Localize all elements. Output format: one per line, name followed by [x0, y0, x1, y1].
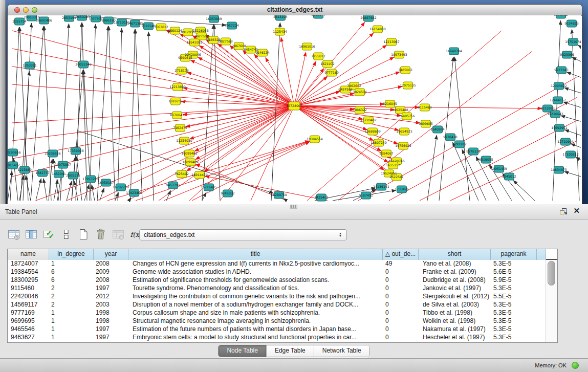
table-cell[interactable]: 0 — [383, 268, 419, 276]
table-cell[interactable]: 0 — [383, 285, 419, 293]
splitter-handle[interactable] — [290, 205, 297, 209]
table-cell[interactable]: 2009 — [94, 268, 128, 276]
table-cell[interactable]: 1997 — [94, 325, 128, 334]
table-cell[interactable]: Investigating the contribution of common… — [128, 293, 383, 301]
table-cell[interactable]: 0 — [383, 334, 419, 342]
table-cell[interactable]: Wolkin et al. (1998) — [419, 317, 491, 325]
table-cell[interactable]: 5.3E-5 — [491, 260, 537, 268]
table-row[interactable]: 946554611997Estimation of the future num… — [8, 325, 557, 334]
column-header[interactable]: year — [94, 249, 128, 260]
table-cell[interactable]: 22420046 — [8, 293, 49, 301]
table-cell[interactable]: 5.3E-5 — [491, 301, 537, 309]
table-cell[interactable]: 1 — [49, 260, 94, 268]
table-cell[interactable]: 0 — [383, 276, 419, 285]
table-cell[interactable]: 2008 — [94, 276, 128, 285]
table-cell[interactable]: 0 — [383, 301, 419, 309]
table-cell[interactable]: 0 — [383, 293, 419, 301]
column-header[interactable] — [537, 249, 546, 260]
table-row[interactable]: 1456911722003Disruption of a novel membe… — [8, 301, 557, 309]
table-cell[interactable]: Structural magnetic resonance image aver… — [128, 317, 383, 325]
table-cell[interactable]: 6 — [49, 276, 94, 285]
table-cell[interactable]: Estimation of significance thresholds fo… — [128, 276, 383, 285]
table-row[interactable]: 946362711997Embryonic stem cells: a mode… — [8, 334, 557, 342]
tab-node-table[interactable]: Node Table — [219, 345, 267, 357]
table-cell[interactable]: 5.5E-5 — [491, 293, 537, 301]
table-cell[interactable]: 5.3E-5 — [491, 317, 537, 325]
table-cell[interactable]: Genome-wide association studies in ADHD. — [128, 268, 383, 276]
table-cell[interactable]: 1 — [49, 334, 94, 342]
table-cell[interactable]: Changes of HCN gene expression and I(f) … — [128, 260, 383, 268]
window-titlebar[interactable]: citations_edges.txt — [8, 5, 582, 16]
table-row[interactable]: 969969511998Structural magnetic resonanc… — [8, 317, 557, 325]
table-cell[interactable]: 18724007 — [8, 260, 49, 268]
table-cell[interactable]: 1998 — [94, 309, 128, 317]
table-cell[interactable]: Disruption of a novel member of a sodium… — [128, 301, 383, 309]
table-scrollbar-thumb[interactable] — [548, 261, 555, 286]
close-panel-icon[interactable]: ✕ — [573, 206, 580, 215]
table-cell[interactable]: de Silva et al. (2003) — [419, 301, 491, 309]
table-cell[interactable]: 0 — [383, 325, 419, 334]
table-row[interactable]: 2242004622012Investigating the contribut… — [8, 293, 557, 301]
table-cell[interactable]: 5.3E-5 — [491, 285, 537, 293]
table-cell[interactable]: 9699695 — [8, 317, 49, 325]
table-cell[interactable]: 1997 — [94, 285, 128, 293]
table-cell[interactable]: Tibbo et al. (1998) — [419, 309, 491, 317]
table-settings-icon[interactable] — [7, 228, 20, 241]
table-row[interactable]: 911546021997Tourette syndrome. Phenomeno… — [8, 285, 557, 293]
table-cell[interactable]: Jankovic et al. (1997) — [419, 285, 491, 293]
table-cell[interactable]: Yano et al. (2008) — [419, 260, 491, 268]
table-select-dropdown[interactable]: citations_edges.txt ▲▼ — [139, 229, 347, 240]
table-cell[interactable]: 5.6E-5 — [491, 268, 537, 276]
table-cell[interactable]: 2012 — [94, 293, 128, 301]
table-cell[interactable]: 5.3E-5 — [491, 334, 537, 342]
table-cell[interactable]: Dudbridge et al. (2008) — [419, 276, 491, 285]
column-header[interactable]: △ out_de... — [383, 249, 419, 260]
table-row[interactable]: 1872400712008Changes of HCN gene express… — [8, 260, 557, 268]
table-cell[interactable]: Corpus callosum shape and size in male p… — [128, 309, 383, 317]
tab-network-table[interactable]: Network Table — [314, 345, 369, 357]
table-cell[interactable]: 49 — [383, 260, 419, 268]
table-cell[interactable]: 2 — [49, 293, 94, 301]
table-cell[interactable]: 2003 — [94, 301, 128, 309]
table-cell[interactable]: Tourette syndrome. Phenomenology and cla… — [128, 285, 383, 293]
float-panel-icon[interactable] — [559, 208, 568, 215]
table-cell[interactable]: Hescheler et al. (1997) — [419, 334, 491, 342]
table-cell[interactable]: 0 — [383, 309, 419, 317]
table-cell[interactable]: 2008 — [94, 260, 128, 268]
table-cell[interactable]: 1 — [49, 325, 94, 334]
table-cell[interactable]: 9463627 — [8, 334, 49, 342]
table-cell[interactable]: 2 — [49, 285, 94, 293]
table-select-icon[interactable]: ✓✓ — [42, 228, 55, 241]
table-cell[interactable]: 1998 — [94, 317, 128, 325]
table-cell[interactable]: 9777169 — [8, 309, 49, 317]
table-cell[interactable]: 18300295 — [8, 276, 49, 285]
table-row[interactable]: 1938455462009Genome-wide association stu… — [8, 268, 557, 276]
table-scrollbar[interactable] — [546, 260, 557, 342]
table-cell[interactable]: 0 — [383, 317, 419, 325]
table-cell[interactable]: 5.3E-5 — [491, 309, 537, 317]
tab-edge-table[interactable]: Edge Table — [267, 345, 314, 357]
table-cell[interactable]: Franke et al. (2009) — [419, 268, 491, 276]
table-cell[interactable]: Nakamura et al. (1997) — [419, 325, 491, 334]
rows-icon[interactable] — [59, 228, 73, 241]
column-header[interactable]: pagerank — [491, 249, 537, 260]
table-cell[interactable]: 2 — [49, 301, 94, 309]
table-cell[interactable]: 5.3E-5 — [491, 325, 537, 334]
table-cell[interactable]: 14569117 — [8, 301, 49, 309]
table-cell[interactable]: Embryonic stem cells: a model to study s… — [128, 334, 383, 342]
table-cell[interactable]: 1997 — [94, 334, 128, 342]
table-cell[interactable]: 1 — [49, 309, 94, 317]
column-header[interactable]: name — [8, 249, 49, 260]
column-header[interactable]: title — [128, 249, 383, 260]
new-document-icon[interactable] — [77, 228, 90, 241]
table-row[interactable]: 977716911998Corpus callosum shape and si… — [8, 309, 557, 317]
table-row[interactable]: 1830029562008Estimation of significance … — [8, 276, 557, 285]
table-columns-icon[interactable] — [25, 228, 38, 241]
table-cell[interactable]: 6 — [49, 268, 94, 276]
column-header[interactable]: in_degree — [49, 249, 94, 260]
column-header[interactable]: short — [419, 249, 491, 260]
table-cell[interactable]: 9115460 — [8, 285, 49, 293]
table-cell[interactable]: 1 — [49, 317, 94, 325]
table-cell[interactable]: 5.9E-5 — [491, 276, 537, 285]
delete-icon[interactable] — [94, 228, 107, 241]
